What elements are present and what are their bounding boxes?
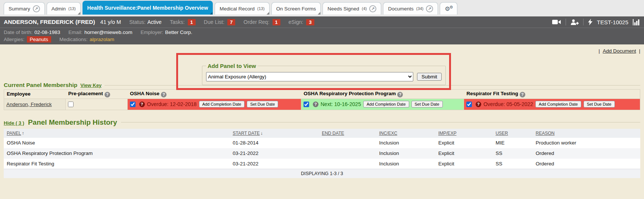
- membership-row: Anderson, Frederick ? Overdue: 12-02-201…: [4, 99, 640, 110]
- respirator-fit-checkbox[interactable]: [466, 102, 472, 107]
- col-imp-exp: IMP/EXP: [435, 129, 492, 138]
- esign-count-badge[interactable]: 3: [306, 19, 314, 25]
- add-user-icon[interactable]: [570, 19, 579, 25]
- add-document-link[interactable]: Add Document: [603, 48, 636, 54]
- sort-inc-exc-link[interactable]: INC/EXC: [379, 131, 397, 136]
- order-req-count-badge[interactable]: 1: [273, 19, 280, 25]
- status-value: Active: [147, 19, 162, 25]
- cell-inc-exc: Inclusion: [376, 148, 435, 159]
- sort-panel-link[interactable]: PANEL: [7, 131, 21, 136]
- separator: |: [639, 48, 640, 54]
- col-panel: PANEL↑: [4, 129, 230, 138]
- patient-name: ANDERSON, FREDERICK (FRED): [4, 19, 95, 25]
- help-icon[interactable]: ?: [397, 92, 403, 97]
- help-icon[interactable]: ?: [520, 92, 525, 97]
- panel-select[interactable]: Animal Exposure (Allergy): [206, 72, 413, 81]
- respirator-fit-status-cell: ? Overdue: 05-05-2022 Add Completion Dat…: [464, 99, 640, 110]
- paging-status: DISPLAYING 1-3 / 3: [4, 169, 640, 178]
- tab-health-surveillance[interactable]: Health Surveillance:Panel Membership Ove…: [83, 1, 213, 15]
- patient-age-sex: 41 y/o M: [100, 19, 121, 25]
- col-pre-placement: Pre-placement?: [66, 90, 127, 99]
- set-due-date-button[interactable]: Set Due Date: [584, 101, 615, 108]
- lightning-bolt-icon[interactable]: [588, 19, 592, 25]
- add-panel-legend: Add Panel to View: [206, 63, 258, 69]
- tab-admin[interactable]: Admin (13): [47, 2, 81, 15]
- video-camera-icon[interactable]: [552, 19, 561, 25]
- employee-cell: Anderson, Frederick: [4, 99, 66, 110]
- tab-medical-record[interactable]: Medical Record (13): [215, 2, 269, 15]
- menu-fold-icon: [267, 12, 269, 15]
- add-completion-date-button[interactable]: Add Completion Date: [535, 101, 581, 108]
- settings-tab[interactable]: ⚙⚙: [440, 2, 457, 15]
- tab-label: Summary: [9, 6, 30, 12]
- tab-label: Medical Record: [220, 6, 255, 12]
- medication-value[interactable]: alprazolam: [90, 37, 114, 42]
- next-status-text: Next: 10-16-2025: [321, 101, 361, 107]
- help-icon[interactable]: ?: [161, 92, 167, 97]
- employer-value: Better Corp.: [165, 29, 192, 35]
- col-respirator-fit: Respirator Fit Testing?: [464, 90, 640, 99]
- table-row[interactable]: OSHA Respiratory Protection Program 03-2…: [4, 148, 640, 159]
- main-content: | Add Document | Add Panel to View Anima…: [0, 44, 644, 196]
- sort-user-link[interactable]: USER: [495, 131, 508, 136]
- due-list-count-badge[interactable]: 7: [227, 19, 235, 25]
- tab-needs-signed[interactable]: Needs Signed (4) ↗: [323, 2, 381, 15]
- osha-noise-checkbox[interactable]: [130, 102, 136, 107]
- allergy-badge[interactable]: Peanuts: [27, 36, 52, 43]
- tab-label: Health Surveillance:Panel Membership Ove…: [87, 5, 208, 11]
- cell-reason: Ordered: [533, 148, 640, 159]
- dob-value: 02-08-1983: [34, 29, 60, 35]
- tab-documents[interactable]: Documents (34) ↗: [383, 2, 438, 15]
- osha-respiratory-checkbox[interactable]: [304, 102, 309, 107]
- view-key-link[interactable]: View Key: [80, 83, 102, 88]
- col-reason: REASON: [533, 129, 640, 138]
- esign-label: eSign:: [289, 19, 304, 25]
- tab-summary[interactable]: Summary ↗: [4, 2, 45, 15]
- menu-fold-icon: [78, 12, 80, 15]
- cell-end-date: [319, 138, 376, 148]
- overdue-status-text: Overdue: 05-05-2022: [483, 101, 533, 107]
- set-due-date-button[interactable]: Set Due Date: [247, 101, 278, 108]
- tasks-count-badge[interactable]: 1: [188, 19, 196, 25]
- sort-end-date-link[interactable]: END DATE: [322, 131, 344, 136]
- cell-imp-exp: Explicit: [435, 138, 492, 148]
- tab-on-screen-forms[interactable]: On Screen Forms: [271, 2, 321, 15]
- cell-end-date: [319, 148, 376, 159]
- employee-link[interactable]: Anderson, Frederick: [6, 102, 52, 107]
- col-osha-noise: OSHA Noise?: [127, 90, 301, 99]
- cell-user: SS: [492, 159, 532, 169]
- set-due-date-button[interactable]: Set Due Date: [411, 101, 443, 108]
- help-icon[interactable]: ?: [313, 102, 318, 107]
- divider-line: [121, 122, 640, 122]
- sort-asc-icon: ↑: [22, 131, 24, 136]
- cell-user: MIE: [492, 138, 532, 148]
- osha-respiratory-status-cell: ? Next: 10-16-2025 Add Completion Date S…: [301, 99, 464, 110]
- help-icon[interactable]: ?: [139, 102, 145, 107]
- col-employee: Employee: [4, 90, 66, 99]
- tab-count: (4): [362, 6, 367, 11]
- table-row[interactable]: Respirator Fit Testing 03-21-2022 Inclus…: [4, 159, 640, 169]
- menu-fold-icon: [318, 12, 320, 15]
- history-section-header: Hide ( 3 ) Panel Membership History: [4, 118, 640, 127]
- table-row[interactable]: OSHA Noise 01-28-2014 Inclusion Explicit…: [4, 138, 640, 148]
- pre-placement-checkbox[interactable]: [68, 102, 74, 107]
- tab-label: Admin: [52, 6, 66, 12]
- col-start-date: START DATE↓: [230, 129, 319, 138]
- help-icon[interactable]: ?: [476, 102, 481, 107]
- cell-reason: Production worker: [533, 138, 640, 148]
- add-panel-fieldset: Add Panel to View Animal Exposure (Aller…: [202, 63, 446, 85]
- bar-chart-icon[interactable]: [633, 19, 640, 25]
- history-table: PANEL↑ START DATE↓ END DATE INC/EXC IMP/…: [4, 129, 640, 178]
- tab-label: On Screen Forms: [276, 6, 316, 12]
- submit-button[interactable]: Submit: [417, 73, 442, 81]
- sort-imp-exp-link[interactable]: IMP/EXP: [438, 131, 457, 136]
- patient-chart-id: TEST-10025: [597, 19, 628, 25]
- sort-reason-link[interactable]: REASON: [536, 131, 555, 136]
- add-completion-date-button[interactable]: Add Completion Date: [363, 101, 409, 108]
- tab-label: Documents: [388, 6, 413, 12]
- hide-link[interactable]: Hide ( 3 ): [4, 120, 24, 126]
- sort-start-date-link[interactable]: START DATE: [233, 131, 259, 136]
- help-icon[interactable]: ?: [105, 92, 110, 97]
- cell-panel: Respirator Fit Testing: [4, 159, 230, 169]
- add-completion-date-button[interactable]: Add Completion Date: [199, 101, 245, 108]
